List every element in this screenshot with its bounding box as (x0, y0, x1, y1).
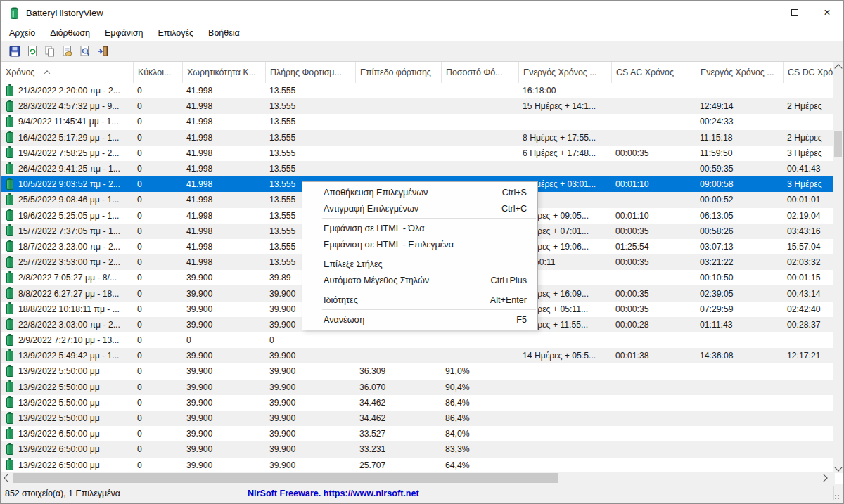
column-header-0[interactable]: Χρόνος (1, 62, 134, 83)
column-header-4[interactable]: Επίπεδο φόρτισης (356, 62, 442, 83)
table-cell (442, 98, 519, 114)
cell-text: 13/9/2022 5:50:00 μμ (18, 413, 100, 423)
context-menu-item-3[interactable]: Εμφάνιση σε HTML - Επιλεγμένα (302, 236, 537, 252)
table-cell: 39.900 (183, 270, 266, 285)
column-header-label: CS AC Χρόνος (616, 67, 674, 77)
menu-edit[interactable]: Διόρθωση (50, 28, 90, 38)
table-row[interactable]: 13/9/2022 6:50:00 μμ039.90039.90025.7076… (1, 458, 835, 473)
horizontal-scroll-thumb[interactable] (13, 473, 558, 483)
column-header-1[interactable]: Κύκλοι... (134, 62, 183, 83)
column-header-9[interactable]: CS DC Χρόνος (784, 62, 835, 83)
table-row[interactable]: 26/4/2022 9:41:25 πμ - 1...041.99813.555… (1, 161, 835, 176)
column-header-label: Χρόνος (6, 67, 34, 77)
table-cell: 41.998 (183, 224, 266, 239)
nirsoft-link[interactable]: NirSoft Freeware. https://www.nirsoft.ne… (248, 484, 419, 503)
refresh-icon (26, 45, 39, 58)
horizontal-scrollbar[interactable] (1, 472, 835, 484)
minimize-button[interactable] (746, 1, 779, 25)
cell-text: 0 (137, 195, 142, 205)
minimize-icon (759, 13, 767, 13)
table-row[interactable]: 9/4/2022 11:45:41 μμ - 1...041.99813.555… (1, 114, 835, 129)
cell-text: 0 (137, 179, 142, 189)
table-cell: 39.900 (183, 441, 266, 457)
table-cell: 0 (134, 161, 183, 176)
table-cell: 0 (134, 317, 183, 332)
save-button[interactable] (6, 43, 23, 60)
context-menu-item-5[interactable]: Αυτόματο Μέγεθος ΣτηλώνCtrl+Plus (302, 272, 537, 288)
battery-icon (6, 195, 13, 205)
table-cell: 2 Ημέρες (784, 130, 835, 146)
refresh-button[interactable] (23, 43, 41, 60)
vertical-scroll-thumb[interactable] (834, 131, 842, 157)
column-header-8[interactable]: Ενεργός Χρόνος ... (696, 62, 784, 83)
table-cell (442, 348, 519, 363)
table-row[interactable]: 16/4/2022 5:17:29 μμ - 1...041.99813.555… (1, 130, 835, 146)
table-cell: 41.998 (183, 146, 266, 161)
cell-text: 13.555 (269, 101, 295, 111)
context-menu-item-0[interactable]: Αποθήκευση ΕπιλεγμένωνCtrl+S (302, 184, 537, 200)
table-row[interactable]: 13/9/2022 5:50:00 μμ039.90039.90036.0709… (1, 380, 835, 395)
column-header-2[interactable]: Χωρητικότητα Κ... (183, 62, 266, 83)
resize-grip[interactable] (834, 494, 841, 501)
cell-text: 03:43:16 (787, 226, 820, 236)
cell-text: 0 (137, 289, 142, 299)
table-cell: 15 Ημέρες + 14:1... (519, 98, 612, 114)
cell-text: 39.900 (269, 320, 295, 330)
table-cell (696, 363, 784, 379)
table-cell: 0 (134, 426, 183, 441)
find-button[interactable] (76, 43, 94, 60)
table-cell: 3 Ημέρες (784, 146, 835, 161)
battery-icon (6, 351, 13, 361)
app-window: BatteryHistoryView × Αρχείο Διόρθωση Εμφ… (0, 0, 844, 504)
cell-text: 00:01:10 (615, 179, 648, 189)
cell-text: 0 (137, 164, 142, 174)
scroll-right-button[interactable] (817, 472, 829, 484)
column-header-3[interactable]: Πλήρης Φορτισμ... (266, 62, 356, 83)
scroll-left-button[interactable] (1, 472, 13, 484)
close-button[interactable]: × (811, 1, 843, 25)
menu-view[interactable]: Εμφάνιση (105, 28, 143, 38)
table-cell (612, 98, 696, 114)
table-row[interactable]: 13/9/2022 5:49:42 μμ - 1...039.90039.900… (1, 348, 835, 363)
table-row[interactable]: 13/9/2022 6:50:00 μμ039.90039.90033.2318… (1, 441, 835, 457)
battery-icon (6, 382, 13, 392)
table-cell: 39.900 (183, 426, 266, 441)
exit-button[interactable] (94, 43, 111, 60)
menu-file[interactable]: Αρχείο (9, 28, 35, 38)
table-row[interactable]: 13/9/2022 5:50:00 μμ039.90039.90036.3099… (1, 363, 835, 379)
table-row[interactable]: 13/9/2022 5:50:00 μμ039.90039.90034.4628… (1, 395, 835, 411)
maximize-button[interactable] (779, 1, 811, 25)
table-row[interactable]: 2/9/2022 7:27:10 μμ - 13...000 (1, 332, 835, 348)
table-row[interactable]: 28/3/2022 4:57:32 μμ - 9...041.99813.555… (1, 98, 835, 114)
table-cell: 00:00:28 (612, 317, 696, 332)
context-menu-item-6[interactable]: ΙδιότητεςAlt+Enter (302, 292, 537, 308)
table-row[interactable]: 13/9/2022 5:50:00 μμ039.90039.90034.4628… (1, 411, 835, 426)
column-header-6[interactable]: Ενεργός Χρόνος ... (519, 62, 612, 83)
table-row[interactable]: 19/4/2022 7:58:25 μμ - 2...041.99813.555… (1, 146, 835, 161)
cell-text: 36.309 (359, 366, 385, 376)
menu-options[interactable]: Επιλογές (158, 28, 193, 38)
vertical-scrollbar[interactable] (833, 62, 843, 473)
context-menu-item-4[interactable]: Επίλεξε Στήλες (302, 256, 537, 272)
column-header-7[interactable]: CS AC Χρόνος (612, 62, 696, 83)
table-cell: 39.900 (266, 395, 356, 411)
table-cell: 09:00:58 (696, 176, 784, 192)
cell-text: 12:49:14 (700, 101, 733, 111)
table-cell (442, 83, 519, 98)
table-cell: 07:29:59 (696, 302, 784, 317)
context-menu-item-7[interactable]: ΑνανέωσηF5 (302, 311, 537, 328)
column-header-5[interactable]: Ποσοστό Φό... (442, 62, 519, 83)
table-row[interactable]: 13/9/2022 6:50:00 μμ039.90039.90033.5278… (1, 426, 835, 441)
cell-text: 39.900 (186, 320, 212, 330)
menu-help[interactable]: Βοήθεια (208, 28, 240, 38)
properties-button[interactable] (58, 43, 76, 60)
copy-button[interactable] (41, 43, 58, 60)
table-cell: 39.900 (266, 426, 356, 441)
scroll-up-button[interactable] (833, 62, 843, 74)
context-menu-item-1[interactable]: Αντιγραφή ΕπιλεγμένωνCtrl+C (302, 200, 537, 217)
table-row[interactable]: 21/3/2022 2:20:00 πμ - 2...041.99813.555… (1, 83, 835, 98)
table-cell: 2/8/2022 7:05:27 μμ - 8/... (1, 270, 134, 285)
table-cell: 34.462 (356, 411, 442, 426)
context-menu-item-2[interactable]: Εμφάνιση σε HTML - Όλα (302, 220, 537, 236)
table-cell: 10/5/2022 9:03:52 πμ - 2... (1, 176, 134, 192)
